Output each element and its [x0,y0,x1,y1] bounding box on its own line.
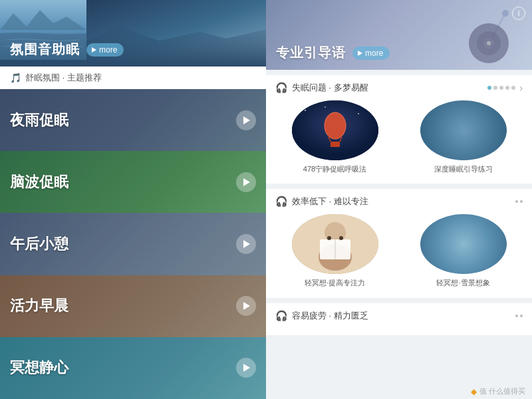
svg-point-21 [327,236,331,240]
thumb-sea-visual [420,100,507,160]
category-insomnia: 🎧 失眠问题 · 多梦易醒 › [266,75,532,184]
left-more-button[interactable]: more [86,43,124,57]
audio-thumb-lake [420,214,507,274]
headphone-icon-fatigue: 🎧 [275,310,288,322]
category-title-area-focus: 🎧 效率低下 · 难以专注 [275,196,368,207]
two-dots-fatigue [515,315,523,317]
thumb-balloon [292,100,378,160]
audio-item-focus-enhance[interactable]: 轻冥想·提高专注力 [275,214,394,288]
items-row-insomnia: 478宁静促眠呼吸法 [275,100,523,174]
audio-label-breathing: 478宁静促眠呼吸法 [303,164,366,174]
two-dots-nav [515,200,523,203]
items-row-focus: 轻冥想·提高专注力 [275,214,523,288]
svg-point-9 [358,113,359,114]
item-label-afternoon: 午后小憩 [10,234,236,254]
music-icon: 🎵 [10,72,21,83]
item-label-morning: 活力早晨 [10,296,236,316]
right-header: i 专业引导语 more [266,0,532,70]
audio-item-deep-sleep[interactable]: 深度睡眠引导练习 [404,100,523,174]
section-label: 🎵 舒眠氛围 · 主题推荐 [0,66,266,89]
svg-point-8 [325,106,326,108]
headphone-icon-insomnia: 🎧 [275,82,288,94]
right-more-label: more [365,49,383,58]
audio-item-breathing[interactable]: 478宁静促眠呼吸法 [275,100,394,174]
dot-2 [493,86,497,90]
dot-4 [505,86,509,90]
play-button-afternoon[interactable] [236,234,256,254]
left-title: 氛围音助眠 [10,41,80,59]
thumb-person-visual [292,214,378,274]
svg-rect-14 [331,142,340,147]
item-label-brain: 脑波促眠 [10,172,236,192]
category-header-insomnia: 🎧 失眠问题 · 多梦易醒 › [275,82,523,94]
play-button-morning[interactable] [236,296,256,316]
left-header-content: 氛围音助眠 more [10,41,124,59]
audio-thumb-deep-sleep [420,100,507,160]
play-icon-brain [243,178,250,186]
playlist-item-meditate[interactable]: 冥想静心 [0,337,266,399]
audio-thumb-breathing [292,100,378,160]
svg-point-1 [502,10,509,17]
watermark: ◆ 值 什么值得买 [471,386,525,396]
playlist-item-morning[interactable]: 活力早晨 [0,275,266,337]
audio-label-snow-scene: 轻冥想·雪景想象 [436,278,489,288]
play-icon [92,47,96,53]
thumb-lake-visual [420,214,507,274]
two-dot-f2 [520,315,523,317]
audio-thumb-person [292,214,378,274]
play-icon-afternoon [243,240,250,248]
two-dot-1 [515,200,518,203]
category-title-area-fatigue: 🎧 容易疲劳 · 精力匮乏 [275,310,368,322]
right-content: 🎧 失眠问题 · 多梦易醒 › [266,70,532,384]
item-label-rain: 夜雨促眠 [10,110,236,130]
category-fatigue: 🎧 容易疲劳 · 精力匮乏 [266,303,532,335]
audio-label-focus-enhance: 轻冥想·提高专注力 [305,278,365,288]
section-label-text: 舒眠氛围 · 主题推荐 [25,72,102,84]
playlist: 夜雨促眠 脑波促眠 午后小憩 活力早晨 [0,89,266,399]
headphone-icon-focus: 🎧 [275,196,288,207]
audio-label-deep-sleep: 深度睡眠引导练习 [434,164,493,174]
play-icon [358,51,362,56]
category-title-focus: 效率低下 · 难以专注 [292,196,368,207]
info-icon[interactable]: i [512,7,525,20]
watermark-text: 值 什么值得买 [479,386,525,396]
playlist-item-afternoon[interactable]: 午后小憩 [0,213,266,275]
bottom-bar: ◆ 值 什么值得买 [266,384,532,399]
two-dot-f1 [515,315,518,317]
svg-point-5 [487,41,491,45]
playlist-item-brain[interactable]: 脑波促眠 [0,151,266,213]
playlist-item-rain[interactable]: 夜雨促眠 [0,89,266,151]
item-label-meditate: 冥想静心 [10,358,236,378]
dot-navigation: › [487,82,523,93]
play-button-rain[interactable] [236,110,256,130]
audio-item-snow-scene[interactable]: 轻冥想·雪景想象 [404,214,523,288]
chevron-right-icon: › [519,82,523,93]
category-focus: 🎧 效率低下 · 难以专注 [266,189,532,297]
category-title-fatigue: 容易疲劳 · 精力匮乏 [292,310,368,322]
category-title-insomnia: 失眠问题 · 多梦易醒 [292,82,368,94]
left-panel: 氛围音助眠 more 🎵 舒眠氛围 · 主题推荐 夜雨促眠 脑波促眠 [0,0,266,399]
left-more-label: more [99,45,117,55]
dot-3 [499,86,503,90]
right-title: 专业引导语 [276,44,346,62]
category-header-fatigue: 🎧 容易疲劳 · 精力匮乏 [275,310,523,322]
play-icon-rain [243,116,250,124]
dot-1 [487,86,491,90]
right-panel: i 专业引导语 more 🎧 失眠问题 · 多梦易醒 [266,0,532,399]
dot-5 [511,86,515,90]
play-button-brain[interactable] [236,172,256,192]
play-icon-morning [243,302,250,310]
right-header-content: 专业引导语 more [276,44,390,62]
play-icon-meditate [243,364,250,372]
category-header-focus: 🎧 效率低下 · 难以专注 [275,196,523,207]
right-more-button[interactable]: more [352,47,390,60]
info-label: i [518,9,520,18]
two-dot-2 [520,200,523,203]
category-title-area: 🎧 失眠问题 · 多梦易醒 [275,82,368,94]
watermark-diamond: ◆ [471,387,477,396]
svg-point-7 [305,110,306,111]
svg-point-22 [339,236,343,240]
